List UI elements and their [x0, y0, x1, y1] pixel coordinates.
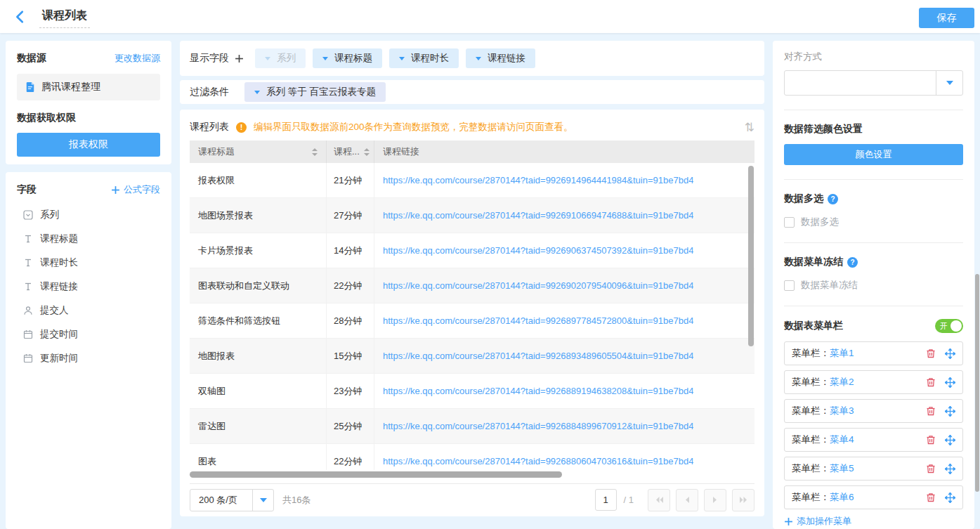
trash-icon[interactable]	[926, 406, 936, 416]
trash-icon[interactable]	[926, 435, 936, 445]
menu-bar-item[interactable]: 菜单栏：菜单6	[784, 485, 963, 509]
course-link[interactable]: https://ke.qq.com/course/2870144?taid=99…	[383, 175, 693, 185]
divider	[784, 179, 963, 180]
move-icon[interactable]	[945, 464, 955, 474]
cell-course-title: 双轴图	[190, 374, 327, 408]
column-header-course-title[interactable]: 课程标题	[190, 141, 327, 163]
help-icon[interactable]	[828, 194, 838, 204]
course-link[interactable]: https://ke.qq.com/course/2870144?taid=99…	[383, 421, 693, 431]
filter-label: 过滤条件	[190, 86, 229, 98]
cell-course-duration: 21分钟	[327, 163, 374, 197]
trash-icon[interactable]	[926, 464, 936, 474]
cell-course-title: 报表权限	[190, 163, 327, 197]
trash-icon[interactable]	[926, 348, 936, 358]
field-tag-series[interactable]: 系列	[255, 48, 306, 68]
field-tag-course-link[interactable]: 课程链接	[466, 48, 535, 68]
cell-course-duration: 27分钟	[327, 198, 374, 233]
course-link[interactable]: https://ke.qq.com/course/2870144?taid=99…	[383, 386, 693, 396]
table-row: 地图场景报表 27分钟 https://ke.qq.com/course/287…	[190, 198, 754, 233]
course-link[interactable]: https://ke.qq.com/course/2870144?taid=99…	[383, 280, 693, 291]
column-header-course-duration[interactable]: 课程...	[327, 141, 374, 163]
align-select[interactable]	[784, 70, 963, 96]
trash-icon[interactable]	[926, 492, 936, 502]
back-button[interactable]	[13, 9, 28, 25]
filter-condition-tag[interactable]: 系列 等于 百宝云报表专题	[244, 82, 386, 102]
save-button[interactable]: 保存	[919, 8, 974, 28]
cell-course-duration: 28分钟	[327, 303, 374, 338]
menu-bar-item[interactable]: 菜单栏：菜单3	[784, 399, 963, 423]
field-item-series[interactable]: 系列	[17, 203, 160, 227]
menu-bar-item[interactable]: 菜单栏：菜单2	[784, 370, 963, 394]
course-link[interactable]: https://ke.qq.com/course/2870144?taid=99…	[383, 456, 693, 466]
course-table-panel: 课程列表 编辑界面只取数据源前200条作为查询数据预览，完整数据请访问页面查看。…	[180, 110, 764, 516]
reorder-icon[interactable]: ⇅	[745, 120, 754, 134]
chevron-down-icon	[946, 81, 953, 85]
align-label: 对齐方式	[784, 51, 963, 63]
field-item-course-title[interactable]: 课程标题	[17, 227, 160, 251]
text-field-icon	[23, 234, 33, 244]
table-vertical-scrollbar[interactable]	[748, 166, 754, 346]
cell-course-duration: 23分钟	[327, 374, 374, 408]
table-row: 雷达图 25分钟 https://ke.qq.com/course/287014…	[190, 409, 754, 444]
cell-course-title: 图表	[190, 444, 327, 470]
text-field-icon	[23, 282, 33, 292]
cell-course-duration: 25分钟	[327, 409, 374, 443]
menu-bar-item[interactable]: 菜单栏：菜单4	[784, 428, 963, 452]
table-row: 卡片场景报表 14分钟 https://ke.qq.com/course/287…	[190, 233, 754, 268]
field-item-submit-time[interactable]: 提交时间	[17, 322, 160, 346]
sort-arrows-icon	[312, 148, 318, 156]
current-page-input[interactable]: 1	[595, 489, 617, 511]
table-row: 图表 22分钟 https://ke.qq.com/course/2870144…	[190, 444, 754, 470]
column-header-course-link[interactable]: 课程链接	[374, 141, 754, 163]
add-display-field-icon[interactable]	[235, 54, 244, 63]
color-setting-button[interactable]: 颜色设置	[784, 144, 963, 165]
plus-icon	[784, 517, 793, 526]
next-page-button[interactable]	[704, 489, 726, 511]
report-permission-button[interactable]: 报表权限	[17, 133, 160, 157]
add-action-menu-link[interactable]: 添加操作菜单	[784, 515, 963, 528]
menu-bar-toggle-on[interactable]: 开	[935, 319, 963, 333]
page-vertical-scrollbar[interactable]	[975, 274, 979, 492]
course-link[interactable]: https://ke.qq.com/course/2870144?taid=99…	[383, 245, 693, 256]
divider	[784, 242, 963, 243]
move-icon[interactable]	[945, 406, 955, 417]
move-icon[interactable]	[945, 435, 955, 445]
first-page-button[interactable]	[648, 489, 670, 511]
field-tag-course-duration[interactable]: 课程时长	[389, 48, 459, 68]
change-datasource-link[interactable]: 更改数据源	[115, 52, 160, 65]
page-size-select[interactable]: 200 条/页	[190, 489, 274, 511]
datasource-item[interactable]: 腾讯课程整理	[17, 74, 160, 100]
menu-bar-item[interactable]: 菜单栏：菜单5	[784, 457, 963, 481]
prev-page-button[interactable]	[676, 489, 698, 511]
course-link[interactable]: https://ke.qq.com/course/2870144?taid=99…	[383, 210, 693, 221]
course-link[interactable]: https://ke.qq.com/course/2870144?taid=99…	[383, 351, 693, 361]
help-icon[interactable]	[847, 257, 858, 268]
cell-course-duration: 14分钟	[327, 233, 374, 268]
checkbox-unchecked[interactable]	[784, 217, 795, 228]
table-horizontal-scrollbar[interactable]	[190, 471, 562, 478]
move-icon[interactable]	[945, 377, 955, 388]
field-item-update-time[interactable]: 更新时间	[17, 346, 160, 370]
move-icon[interactable]	[945, 348, 955, 359]
chevron-down-icon	[254, 91, 260, 94]
field-item-course-duration[interactable]: 课程时长	[17, 251, 160, 275]
formula-field-link[interactable]: 公式字段	[111, 183, 160, 196]
calendar-icon	[23, 353, 33, 363]
trash-icon[interactable]	[926, 377, 936, 387]
top-bar: 课程列表 保存	[0, 0, 980, 33]
document-icon	[25, 82, 35, 92]
menu-bar-title: 数据表菜单栏	[784, 320, 843, 332]
field-tag-course-title[interactable]: 课程标题	[313, 48, 382, 68]
cell-course-title: 卡片场景报表	[190, 233, 327, 268]
field-item-submitter[interactable]: 提交人	[17, 299, 160, 322]
multi-select-checkbox-row[interactable]: 数据多选	[784, 216, 963, 228]
page-title: 课程列表	[39, 8, 90, 28]
move-icon[interactable]	[945, 492, 955, 503]
chevron-left-icon	[684, 496, 690, 504]
field-item-course-link[interactable]: 课程链接	[17, 275, 160, 299]
menu-bar-item[interactable]: 菜单栏：菜单1	[784, 341, 963, 365]
course-link[interactable]: https://ke.qq.com/course/2870144?taid=99…	[383, 315, 693, 326]
checkbox-unchecked[interactable]	[784, 280, 795, 291]
last-page-button[interactable]	[732, 489, 754, 511]
freeze-menu-checkbox-row[interactable]: 数据菜单冻结	[784, 279, 963, 292]
